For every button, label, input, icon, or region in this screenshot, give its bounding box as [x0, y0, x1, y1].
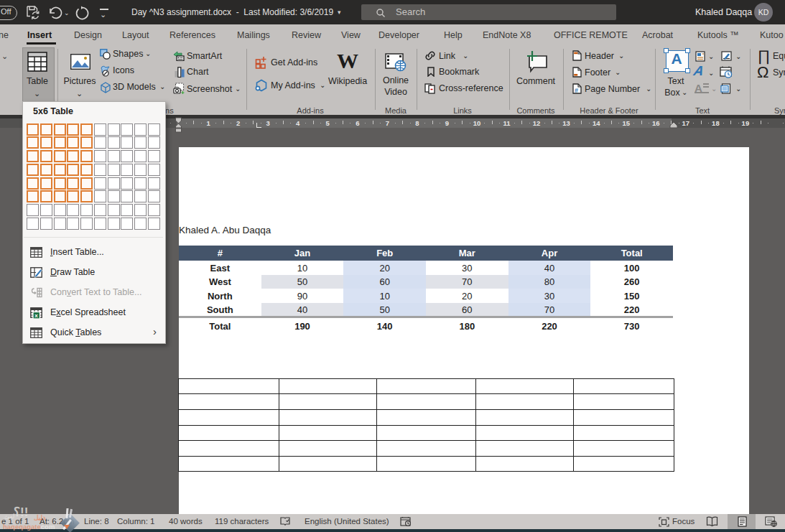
svg-text:#: # — [575, 87, 578, 94]
svg-text:x: x — [34, 312, 38, 319]
